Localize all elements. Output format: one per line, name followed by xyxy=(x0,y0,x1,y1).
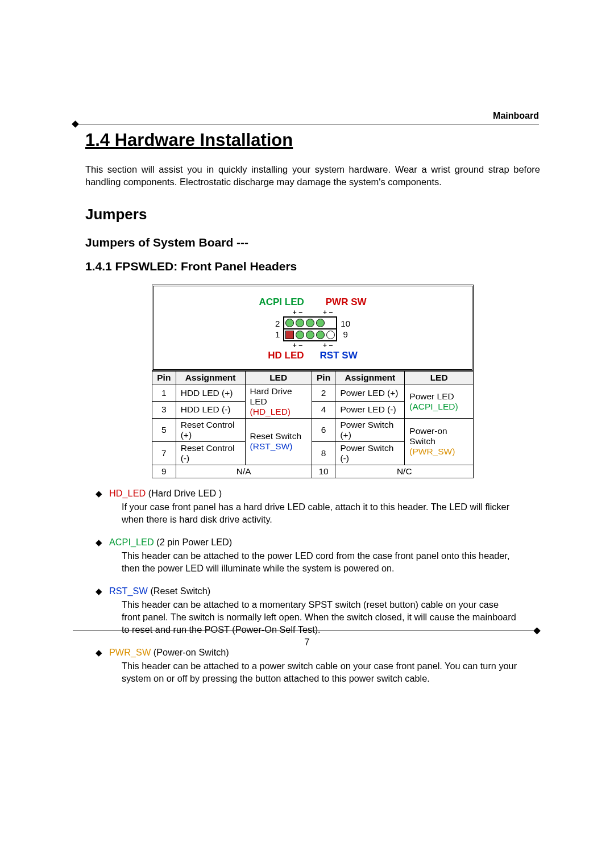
header-diagram: ACPI LED PWR SW + − + − 2 1 xyxy=(152,285,474,371)
diagram-hdled-label: HD LED xyxy=(268,350,304,361)
note-code: HD_LED xyxy=(109,488,146,498)
jumpers-heading: Jumpers xyxy=(85,206,540,223)
note-label: (Hard Drive LED ) xyxy=(146,488,222,498)
jumpers-sub: Jumpers of System Board --- xyxy=(85,236,540,249)
note-label: (Reset Switch) xyxy=(148,586,210,596)
pin-table: Pin Assignment LED Pin Assignment LED 1 … xyxy=(152,371,474,478)
th-assign-2: Assignment xyxy=(335,371,405,385)
pin-9-label: 9 xyxy=(341,329,350,339)
note-acpiled: ◆ ACPI_LED (2 pin Power LED) This header… xyxy=(109,536,518,574)
table-row: 9 N/A 10 N/C xyxy=(152,465,474,478)
pm-bot-right: + − xyxy=(323,341,333,349)
diagram-pwrsw-label: PWR SW xyxy=(326,297,367,308)
pin-1-label: 1 xyxy=(275,329,280,339)
pm-top-right: + − xyxy=(323,308,333,316)
note-body: This header can be attached to the power… xyxy=(122,549,518,574)
diagram-acpi-label: ACPI LED xyxy=(259,297,304,308)
note-code: ACPI_LED xyxy=(109,537,154,547)
section-title: 1.4 Hardware Installation xyxy=(85,130,540,151)
th-led-2: LED xyxy=(405,371,474,385)
note-label: (2 pin Power LED) xyxy=(154,537,233,547)
th-led-1: LED xyxy=(245,371,312,385)
table-row: 1 HDD LED (+) Hard Drive LED(HD_LED) 2 P… xyxy=(152,385,474,402)
th-pin-2: Pin xyxy=(312,371,335,385)
note-code: RST_SW xyxy=(109,586,148,596)
pin-10-label: 10 xyxy=(341,319,350,328)
bullet-icon: ◆ xyxy=(96,537,102,548)
th-assign-1: Assignment xyxy=(176,371,245,385)
bullet-icon: ◆ xyxy=(96,647,102,658)
page-content: 1.4 Hardware Installation This section w… xyxy=(85,111,540,695)
note-rstsw: ◆ RST_SW (Reset Switch) This header can … xyxy=(109,585,518,636)
pin-grid xyxy=(283,316,337,341)
pin-2-label: 2 xyxy=(275,319,280,328)
diagram-rstsw-label: RST SW xyxy=(320,350,358,361)
footer-rule xyxy=(73,631,539,631)
table-row: 5 Reset Control (+) Reset Switch(RST_SW)… xyxy=(152,418,474,441)
note-body: This header can be attached to a power s… xyxy=(122,660,518,685)
notes-list: ◆ HD_LED (Hard Drive LED ) If your case … xyxy=(109,487,518,685)
fpswled-heading: 1.4.1 FPSWLED: Front Panel Headers xyxy=(85,260,540,273)
note-hdled: ◆ HD_LED (Hard Drive LED ) If your case … xyxy=(109,487,518,525)
page-number: 7 xyxy=(0,637,614,648)
note-code: PWR_SW xyxy=(109,647,151,657)
note-pwrsw: ◆ PWR_SW (Power-on Switch) This header c… xyxy=(109,646,518,685)
bullet-icon: ◆ xyxy=(96,488,102,499)
intro-paragraph: This section will assist you in quickly … xyxy=(85,163,540,189)
note-body: This header can be attached to a momenta… xyxy=(122,598,518,636)
note-body: If your case front panel has a hard driv… xyxy=(122,500,518,525)
bullet-icon: ◆ xyxy=(96,586,102,597)
note-label: (Power-on Switch) xyxy=(151,647,229,657)
pm-top-left: + − xyxy=(293,308,302,316)
th-pin-1: Pin xyxy=(152,371,176,385)
pm-bot-left: + − xyxy=(293,341,302,349)
